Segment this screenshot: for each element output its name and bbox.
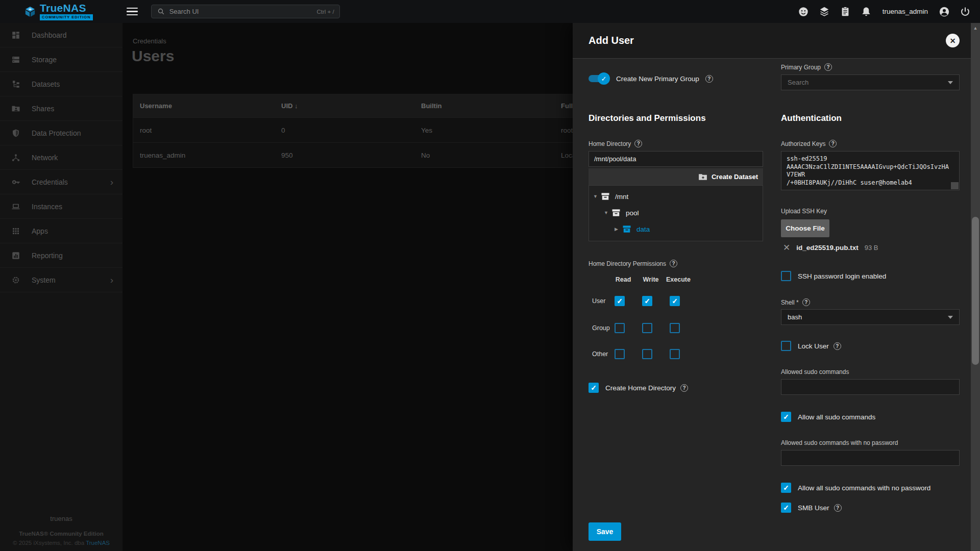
tree-node-pool[interactable]: ▼ pool (589, 205, 763, 221)
sidebar-item-label: Dashboard (32, 31, 67, 39)
caret-down-icon[interactable]: ▼ (593, 194, 600, 199)
help-icon[interactable]: ? (680, 384, 688, 392)
perm-group-execute-checkbox[interactable] (670, 323, 680, 333)
perm-other-read-checkbox[interactable] (615, 349, 625, 359)
sidebar-footer: truenas TrueNAS® Community Edition © 202… (0, 515, 122, 546)
sidebar-item-instances[interactable]: Instances (0, 194, 122, 219)
create-dataset-button[interactable]: Create Dataset (589, 168, 763, 185)
panel-header: Add User ✕ (573, 23, 980, 59)
allow-all-sudo-nopasswd-checkbox[interactable]: ✓ (781, 483, 791, 493)
allowed-sudo-nopasswd-label: Allowed sudo commands with no password (781, 439, 898, 446)
help-icon[interactable]: ? (802, 298, 810, 306)
sidebar-item-data-protection[interactable]: Data Protection (0, 121, 122, 145)
gear-icon (11, 276, 20, 285)
truenas-logo[interactable]: TrueNAS COMMUNITY EDITION (24, 3, 93, 20)
ssh-password-login-row: SSH password login enabled (781, 271, 886, 281)
sidebar-item-system[interactable]: System › (0, 268, 122, 292)
create-new-primary-group-toggle[interactable]: ✓ (589, 74, 610, 83)
perm-group-write-checkbox[interactable] (642, 323, 652, 333)
help-icon[interactable]: ? (824, 63, 832, 71)
chevron-right-icon: › (110, 177, 113, 187)
scrollbar-thumb[interactable] (972, 217, 979, 365)
help-icon[interactable]: ? (705, 75, 713, 83)
cell-username: truenas_admin (133, 152, 275, 159)
power-icon[interactable] (960, 6, 971, 17)
sidebar-item-label: Credentials (32, 178, 68, 186)
primary-group-label: Primary Group? (781, 63, 832, 71)
create-home-directory-row: ✓ Create Home Directory? (589, 383, 688, 393)
ix-layers-icon[interactable] (819, 6, 830, 17)
textarea-scrollbar-thumb[interactable] (951, 182, 959, 189)
perm-user-execute-checkbox[interactable]: ✓ (670, 296, 680, 306)
col-header-uid[interactable]: UID ↓ (275, 102, 414, 110)
close-icon[interactable]: ✕ (946, 34, 960, 47)
ssh-password-login-checkbox[interactable] (781, 271, 791, 281)
sidebar-item-credentials[interactable]: Credentials › (0, 170, 122, 194)
jobs-clipboard-icon[interactable] (840, 6, 851, 17)
allow-all-sudo-nopasswd-row: ✓ Allow all sudo commands with no passwo… (781, 483, 930, 493)
perm-other-execute-checkbox[interactable] (670, 349, 680, 359)
menu-icon[interactable] (127, 6, 138, 18)
home-directory-input[interactable] (589, 151, 763, 167)
shell-select[interactable]: bash (781, 309, 960, 325)
caret-right-icon[interactable]: ▶ (615, 227, 622, 232)
caret-down-icon[interactable]: ▼ (604, 210, 611, 215)
sidebar-item-apps[interactable]: Apps (0, 219, 122, 243)
sidebar-item-reporting[interactable]: Reporting (0, 243, 122, 268)
primary-group-select[interactable]: Search (781, 74, 960, 90)
feedback-smiley-icon[interactable] (798, 6, 809, 17)
lock-user-checkbox[interactable] (781, 341, 791, 351)
choose-file-button[interactable]: Choose File (781, 219, 829, 237)
help-icon[interactable]: ? (670, 260, 677, 267)
sidebar-item-dashboard[interactable]: Dashboard (0, 23, 122, 47)
perm-other-write-checkbox[interactable] (642, 349, 652, 359)
truenas-link[interactable]: TrueNAS (86, 540, 110, 546)
authorized-keys-textarea[interactable]: ssh-ed25519 AAAAC3NzaC1lZDI1NTE5AAAAIGvu… (781, 151, 960, 190)
user-avatar-icon[interactable] (939, 6, 950, 17)
sidebar-item-label: System (32, 276, 56, 284)
scroll-up-arrow-icon[interactable]: ▲ (971, 26, 980, 31)
sidebar-item-shares[interactable]: Shares (0, 96, 122, 121)
sidebar-item-label: Reporting (32, 252, 63, 260)
help-icon[interactable]: ? (834, 342, 841, 350)
copyright: © 2025 iXsystems, Inc. dba TrueNAS (0, 540, 122, 546)
sidebar-item-storage[interactable]: Storage (0, 47, 122, 72)
chevron-down-icon (948, 316, 953, 319)
file-name: id_ed25519.pub.txt (796, 244, 859, 252)
storage-icon (11, 55, 20, 64)
sidebar-item-datasets[interactable]: Datasets (0, 72, 122, 96)
col-header-builtin[interactable]: Builtin (414, 102, 554, 110)
help-icon[interactable]: ? (829, 140, 837, 147)
laptop-icon (11, 202, 20, 211)
sidebar-item-label: Network (32, 154, 58, 162)
tree-node-mnt[interactable]: ▼ /mnt (589, 188, 763, 205)
search-input[interactable] (169, 8, 313, 15)
alerts-bell-icon[interactable] (861, 6, 872, 17)
breadcrumb[interactable]: Credentials (133, 37, 166, 45)
perm-user-read-checkbox[interactable]: ✓ (615, 296, 625, 306)
directories-permissions-heading: Directories and Permissions (589, 113, 706, 123)
save-button[interactable]: Save (589, 522, 621, 541)
network-icon (11, 153, 20, 162)
panel-scrollbar[interactable]: ▲ (971, 23, 980, 551)
perm-group-read-checkbox[interactable] (615, 323, 625, 333)
tree-node-data[interactable]: ▶ data (589, 221, 763, 237)
panel-title: Add User (589, 35, 634, 46)
cell-builtin: No (414, 152, 554, 159)
allow-all-sudo-checkbox[interactable]: ✓ (781, 412, 791, 422)
remove-file-icon[interactable]: ✕ (783, 242, 790, 253)
toggle-check-icon: ✓ (598, 72, 610, 85)
create-home-directory-checkbox[interactable]: ✓ (589, 383, 599, 393)
sidebar-item-label: Data Protection (32, 129, 81, 137)
help-icon[interactable]: ? (634, 140, 642, 147)
key-icon (11, 178, 20, 187)
help-icon[interactable]: ? (834, 504, 842, 512)
allowed-sudo-commands-input[interactable] (781, 379, 960, 395)
allowed-sudo-commands-label: Allowed sudo commands (781, 368, 849, 375)
smb-user-checkbox[interactable]: ✓ (781, 503, 791, 513)
col-header-username[interactable]: Username (133, 102, 275, 110)
perm-user-write-checkbox[interactable]: ✓ (642, 296, 652, 306)
allowed-sudo-nopasswd-input[interactable] (781, 450, 960, 466)
dataset-icon (622, 224, 632, 234)
sidebar-item-network[interactable]: Network (0, 145, 122, 170)
